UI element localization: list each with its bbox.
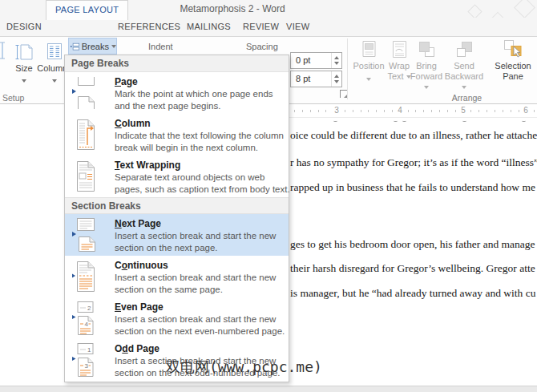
breaks-button[interactable]: Breaks (68, 38, 117, 55)
menu-item-desc: section on the same page. (115, 284, 287, 296)
menu-item-next-page[interactable]: Next Page Insert a section break and sta… (65, 214, 289, 256)
menu-item-even-page[interactable]: 2 4 Even Page Insert a section break and… (65, 297, 289, 339)
menu-item-desc: Insert a section break and start the new (115, 313, 287, 325)
position-button-label: Position (351, 61, 386, 71)
menu-item-column[interactable]: Column Indicate that the text following … (65, 114, 289, 156)
document-text-line: oice could be different due to an illnes… (290, 129, 537, 142)
continuous-item-icon (71, 258, 100, 295)
spinner-down-icon[interactable] (334, 62, 339, 65)
selection-pane-button[interactable]: Selection Pane (491, 38, 535, 82)
page-size-icon (14, 40, 34, 63)
horizontal-ruler[interactable]: 3 4 5 6 (289, 104, 537, 118)
bring-forward-label-2: Forward (408, 71, 445, 92)
odd-page-item-icon: 1 3 (71, 341, 100, 378)
spinner-up-icon[interactable] (334, 75, 339, 78)
ruler-mark: 4 (395, 106, 405, 115)
spacing-label: Spacing (246, 42, 278, 51)
spacing-after-field[interactable]: 8 pt (290, 71, 342, 87)
document-text-line: rapped up in business that he fails to u… (290, 181, 535, 194)
tab-references[interactable]: REFERENCES (118, 18, 180, 36)
page-break-icon (71, 40, 80, 53)
chevron-down-icon (22, 79, 26, 83)
size-button-label: Size (10, 63, 38, 73)
ruler-mark: 6 (521, 106, 531, 115)
menu-item-desc: Mark the point at which one page ends (115, 88, 287, 100)
ruler-mark: 3 (332, 106, 341, 115)
gem-decoration-icon (514, 0, 535, 18)
spacing-before-field[interactable]: 0 pt (290, 52, 342, 69)
menu-item-desc: Indicate that the text following the col… (115, 130, 287, 142)
bring-forward-icon (416, 38, 437, 61)
svg-text:2: 2 (87, 305, 91, 312)
menu-item-continuous[interactable]: Continuous Insert a section break and st… (65, 256, 289, 297)
menu-item-title: Page (115, 76, 287, 87)
menu-item-desc: section on the next page. (115, 242, 287, 254)
menu-item-title: Next Page (115, 218, 287, 229)
document-text-line: is manager, but he “had already turned a… (290, 287, 535, 300)
send-backward-button: Send Backward (442, 38, 487, 92)
menu-item-page[interactable]: Page Mark the point at which one page en… (65, 72, 289, 114)
tab-mailings[interactable]: MAILINGS (187, 18, 231, 36)
chevron-down-icon (462, 86, 466, 89)
menu-item-desc: section on the next even-numbered page. (115, 325, 287, 337)
breaks-dropdown-menu: Page Breaks Page Mark the point at which… (64, 55, 289, 382)
clipped-text-remnant (462, 119, 466, 122)
menu-header-section-breaks: Section Breaks (65, 197, 289, 214)
chevron-down-icon (424, 86, 429, 89)
menu-item-text-wrapping[interactable]: Text Wrapping Separate text around objec… (65, 156, 289, 197)
column-break-item-icon (71, 116, 100, 153)
chevron-down-icon (52, 79, 57, 83)
selection-pane-icon (501, 38, 525, 61)
send-backward-label-2: Backward (442, 71, 487, 92)
menu-item-title: Continuous (115, 260, 287, 271)
menu-item-title: Text Wrapping (115, 160, 287, 171)
document-text-line: their harsh disregard for Gregor’s wellb… (290, 262, 535, 275)
columns-icon (44, 40, 65, 63)
menu-item-desc: Insert a section break and start the new (115, 272, 287, 284)
document-page[interactable]: 3 4 5 6 oice could be different due to a… (289, 104, 537, 386)
setup-group-label: Setup (2, 93, 24, 103)
group-separator (347, 38, 348, 99)
cropped-margins-icon (0, 40, 6, 61)
indent-label: Indent (148, 42, 173, 51)
send-backward-label-1: Send (442, 61, 487, 71)
next-page-item-icon (71, 216, 100, 253)
tab-design[interactable]: DESIGN (6, 18, 42, 36)
tab-bar-divider (0, 36, 537, 37)
selection-pane-label-1: Selection (491, 61, 535, 71)
clipped-text-remnant (394, 119, 398, 122)
menu-item-desc: pages, such as caption text from body te… (115, 184, 287, 196)
clipped-text-remnant (522, 119, 526, 122)
menu-header-page-breaks: Page Breaks (65, 55, 289, 72)
tab-page-layout[interactable]: PAGE LAYOUT (46, 0, 128, 20)
document-text-line: r has no sympathy for Gregor; it’s as if… (290, 156, 537, 169)
chevron-down-icon (111, 45, 116, 48)
size-button[interactable]: Size (10, 38, 38, 87)
menu-item-desc: Separate text around objects on web (115, 172, 287, 184)
tab-review[interactable]: REVIEW (243, 18, 279, 36)
spinner-up-icon[interactable] (334, 56, 339, 59)
even-page-item-icon: 2 4 (71, 300, 100, 337)
site-watermark: 双电网(www.pcpc.me) (166, 358, 322, 377)
bring-forward-label-1: Bring (408, 61, 445, 71)
menu-item-title: Odd Page (115, 343, 287, 354)
ruler-mark: 5 (458, 106, 468, 115)
menu-item-desc: Insert a section break and start the new (115, 230, 287, 242)
arrange-group-label: Arrange (433, 93, 501, 103)
send-backward-icon (454, 38, 474, 61)
position-icon (358, 38, 379, 61)
page-break-item-icon (71, 75, 100, 111)
position-button: Position (351, 38, 386, 86)
tab-view[interactable]: VIEW (286, 18, 309, 36)
svg-text:1: 1 (87, 346, 91, 354)
gem-decoration-icon (467, 4, 482, 18)
menu-item-title: Even Page (115, 301, 287, 313)
wrap-text-icon (389, 38, 410, 61)
clipped-text-remnant (402, 119, 406, 122)
svg-text:4: 4 (85, 321, 89, 328)
svg-text:3: 3 (85, 362, 89, 370)
chevron-down-icon (366, 78, 371, 81)
clipped-text-remnant (333, 119, 337, 122)
bring-forward-button: Bring Forward (408, 38, 445, 92)
spinner-down-icon[interactable] (334, 80, 339, 83)
